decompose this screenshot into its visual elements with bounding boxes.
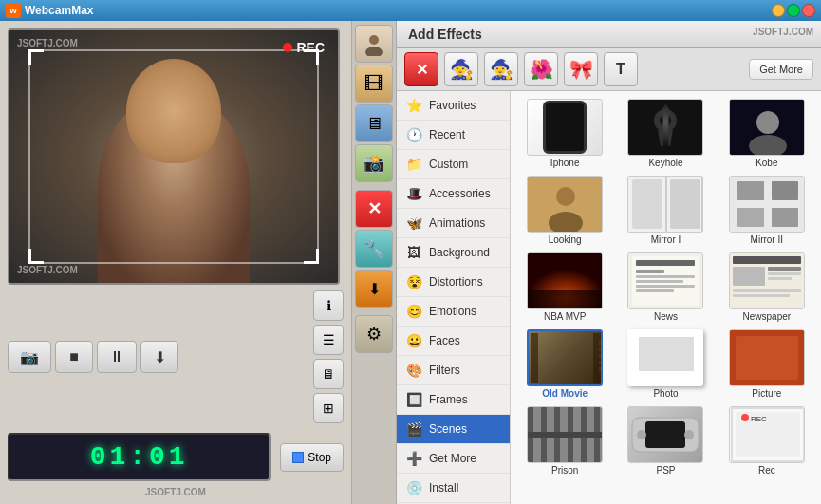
close-icon: ✕: [416, 61, 428, 79]
stop-button[interactable]: ■: [55, 341, 93, 373]
cat-custom[interactable]: 📁 Custom: [397, 150, 510, 179]
effect-mirror1[interactable]: Mirror I: [617, 174, 714, 247]
hat-icon: 🧙‍♀️: [490, 58, 513, 81]
effect-nba[interactable]: NBA MVP: [516, 251, 613, 324]
effect-newspaper[interactable]: Newspaper: [718, 251, 815, 324]
pause-button[interactable]: ⏸: [97, 341, 137, 373]
main-container: REC JSOFTJ.COM JSOFTJ.COM 📷 ■ ⏸ ⬇: [0, 21, 821, 504]
info-button[interactable]: ℹ: [313, 290, 344, 321]
effect-photo-label: Photo: [653, 388, 678, 399]
effects-close-button[interactable]: ✕: [404, 52, 438, 86]
cat-background-label: Background: [429, 246, 490, 259]
effects-wand-button[interactable]: 🧙: [444, 52, 478, 86]
effect-rec[interactable]: REC Rec: [718, 404, 815, 477]
rt-monitor-button[interactable]: 🖥: [355, 104, 393, 142]
effect-photo[interactable]: Photo: [617, 327, 714, 401]
effect-news[interactable]: News: [617, 251, 714, 324]
effects-special-button[interactable]: 🎀: [564, 52, 598, 86]
bottom-watermark: JSOFTJ.COM: [8, 487, 344, 497]
news-svg: [632, 256, 699, 306]
cat-custom-label: Custom: [429, 158, 468, 171]
effects-content: ⭐ Favorites 🕐 Recent 📁 Custom 🎩 Accessor…: [397, 91, 821, 504]
effect-prison[interactable]: Prison: [516, 404, 613, 477]
cat-frames[interactable]: 🔲 Frames: [397, 385, 510, 415]
layout-button[interactable]: ⊞: [313, 393, 344, 423]
cat-emotions[interactable]: 😊 Emotions: [397, 297, 510, 327]
stop-recording-button[interactable]: Stop: [280, 443, 344, 472]
effect-newspaper-label: Newspaper: [743, 311, 792, 322]
rt-photo-button[interactable]: 📸: [355, 144, 393, 182]
close-button[interactable]: [802, 4, 815, 17]
effects-close-icon: ✕: [367, 198, 382, 219]
svg-rect-38: [768, 277, 792, 280]
cat-accessories[interactable]: 🎩 Accessories: [397, 179, 510, 209]
video-watermark-tl: JSOFTJ.COM: [17, 38, 78, 48]
cat-scenes[interactable]: 🎬 Scenes: [397, 415, 510, 444]
effect-iphone-label: Iphone: [550, 158, 580, 168]
camera-button[interactable]: 📷: [8, 341, 51, 373]
effect-oldmovie[interactable]: Old Movie: [516, 327, 613, 401]
get-more-button[interactable]: Get More: [749, 59, 813, 80]
cat-install-label: Install: [429, 481, 458, 495]
cat-recent[interactable]: 🕐 Recent: [397, 121, 510, 150]
effect-nba-label: NBA MVP: [544, 311, 586, 322]
minimize-button[interactable]: [772, 4, 785, 17]
svg-point-66: [741, 414, 749, 421]
effect-iphone-thumb: [527, 99, 603, 156]
effect-kobe[interactable]: Kobe: [718, 97, 815, 170]
effect-looking-label: Looking: [549, 234, 582, 245]
svg-rect-3: [553, 111, 576, 141]
rt-teal-button[interactable]: 🔧: [355, 230, 393, 268]
effects-grid: Iphone Keyhole: [511, 91, 821, 483]
cat-faces[interactable]: 😀 Faces: [397, 327, 510, 356]
effect-psp[interactable]: PSP: [617, 404, 714, 477]
svg-point-13: [556, 187, 575, 206]
get-more-cat-icon: ➕: [404, 449, 423, 468]
cat-filters[interactable]: 🎨 Filters: [397, 356, 510, 385]
effect-mirror2-thumb: [729, 176, 805, 233]
effects-grid-container[interactable]: Iphone Keyhole: [511, 91, 821, 504]
maximize-button[interactable]: [787, 4, 800, 17]
svg-rect-20: [737, 181, 764, 200]
cat-background[interactable]: 🖼 Background: [397, 238, 510, 268]
effect-picture[interactable]: Picture: [718, 327, 815, 401]
scenes-icon: 🎬: [404, 420, 423, 439]
install-icon: 💿: [404, 478, 423, 497]
rec-indicator: REC: [283, 40, 325, 55]
effects-hat-button[interactable]: 🧙‍♀️: [484, 52, 518, 86]
rt-film-button[interactable]: 🎞: [355, 65, 393, 103]
effects-text-button[interactable]: T: [604, 52, 638, 86]
custom-icon: 📁: [404, 155, 423, 174]
cat-distortions[interactable]: 😵 Distortions: [397, 268, 510, 297]
cat-animations[interactable]: 🦋 Animations: [397, 209, 510, 238]
left-panel: REC JSOFTJ.COM JSOFTJ.COM 📷 ■ ⏸ ⬇: [0, 21, 351, 504]
prison-svg: [528, 406, 602, 463]
effects-flower-button[interactable]: 🌺: [524, 52, 558, 86]
photo-rt-icon: 📸: [364, 153, 384, 174]
effect-prison-thumb: [527, 406, 603, 463]
download-button[interactable]: ⬇: [140, 341, 178, 373]
cat-favorites[interactable]: ⭐ Favorites: [397, 91, 510, 121]
cat-get-more[interactable]: ➕ Get More: [397, 444, 510, 474]
rt-orange-button[interactable]: ⬇: [355, 270, 393, 308]
display-button[interactable]: 🖥: [313, 359, 344, 389]
video-area: REC JSOFTJ.COM JSOFTJ.COM: [8, 28, 340, 285]
rt-person-button[interactable]: [355, 25, 393, 63]
cat-distortions-label: Distortions: [429, 275, 483, 289]
emotions-icon: 😊: [404, 302, 423, 321]
effect-keyhole[interactable]: Keyhole: [617, 97, 714, 170]
rt-effects-button[interactable]: ✕: [355, 190, 393, 228]
svg-rect-5: [637, 103, 694, 151]
svg-point-1: [365, 47, 383, 56]
effect-iphone[interactable]: Iphone: [516, 97, 613, 170]
list-button[interactable]: ☰: [313, 325, 344, 355]
cat-install[interactable]: 💿 Install: [397, 474, 510, 503]
cat-frames-label: Frames: [429, 393, 468, 406]
effect-mirror2[interactable]: Mirror II: [718, 174, 815, 247]
video-feed: [9, 30, 338, 283]
effect-looking[interactable]: Looking: [516, 174, 613, 247]
svg-rect-34: [733, 256, 801, 264]
rec-svg: REC: [730, 406, 804, 463]
rt-settings-button[interactable]: ⚙: [355, 315, 393, 353]
svg-rect-18: [670, 179, 700, 229]
